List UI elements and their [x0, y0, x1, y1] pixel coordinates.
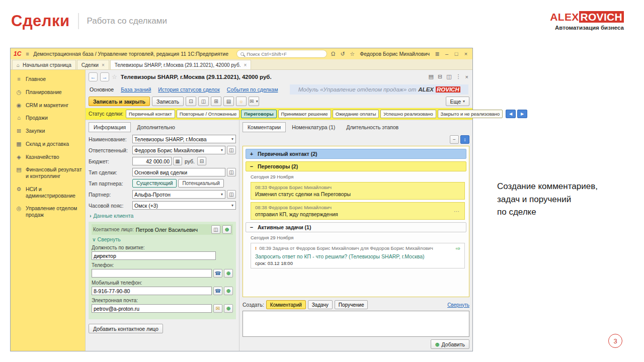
deal-name-input[interactable]: [133, 136, 229, 142]
group-negotiations[interactable]: − Переговоры (2): [246, 161, 466, 171]
add-mobile-icon[interactable]: ⊕: [224, 287, 233, 295]
add-email-icon[interactable]: ⊕: [224, 304, 233, 313]
nav-link-main[interactable]: Основное: [90, 86, 114, 93]
attach-icon[interactable]: ⊡: [186, 97, 196, 106]
status-prev-button[interactable]: ◀: [506, 110, 516, 118]
open-contact-icon[interactable]: ◫: [211, 225, 220, 234]
report-icon[interactable]: ▤: [429, 73, 434, 80]
dropdown-icon[interactable]: ▾: [229, 137, 235, 141]
sidebar-item-main[interactable]: ≡Главное: [11, 73, 85, 86]
task-item[interactable]: ! 08:39 Задача от Федоров Борис Михайлов…: [251, 243, 465, 268]
deal-type-input[interactable]: [133, 169, 225, 175]
idea-lamp-icon[interactable]: ☼: [236, 97, 247, 106]
comment-menu-icon[interactable]: ⋯: [454, 208, 460, 214]
save-close-button[interactable]: Записать и закрыть: [89, 97, 150, 106]
tab-additional[interactable]: Дополнительно: [132, 122, 180, 132]
tab-information[interactable]: Информация: [89, 122, 131, 132]
collapse-editor-link[interactable]: Свернуть: [447, 302, 469, 308]
sidebar-item-salesdept[interactable]: ◎Управление отделом продаж: [11, 202, 85, 221]
partner-input[interactable]: [133, 192, 219, 198]
status-awaiting-payment[interactable]: Ожидание оплаты: [333, 110, 379, 118]
minimize-icon[interactable]: –: [443, 51, 450, 57]
back-button[interactable]: ←: [89, 72, 98, 81]
new-comment-textarea[interactable]: [243, 311, 469, 337]
sidebar-item-finresult[interactable]: ▤Финансовый результат и контроллинг: [11, 163, 85, 183]
partner-type-existing[interactable]: Существующий: [132, 179, 177, 188]
search-input[interactable]: [247, 51, 323, 57]
group-first-contact[interactable]: + Первичный контакт (2): [246, 149, 466, 159]
add-contact-person-icon[interactable]: ⊕: [222, 225, 231, 234]
forward-button[interactable]: →: [100, 72, 109, 81]
email-input[interactable]: [92, 304, 212, 313]
create-task-button[interactable]: Задачу: [308, 300, 333, 309]
group-active-tasks[interactable]: − Активные задачи (1): [246, 222, 466, 232]
comment-item[interactable]: 08:33 Федоров Борис Михайлович Изменил с…: [251, 182, 465, 200]
more-dots-icon[interactable]: ⋮: [456, 73, 461, 80]
budget-input[interactable]: [132, 157, 172, 165]
favorites-icon[interactable]: ☆: [349, 51, 356, 57]
report-list-icon[interactable]: ▤: [223, 97, 234, 106]
tab-deals[interactable]: Сделки×: [77, 60, 109, 69]
sidebar-item-sales[interactable]: ⌂Продажи: [11, 112, 85, 125]
tab-comments[interactable]: Комментарии: [243, 122, 286, 132]
call-mobile-icon[interactable]: ☎: [213, 287, 222, 295]
copy-budget-icon[interactable]: ⊟: [197, 157, 206, 165]
tab-stage-duration[interactable]: Длительность этапов: [341, 122, 404, 132]
add-button[interactable]: ⊕Добавить: [431, 339, 469, 349]
link-icon[interactable]: ◫: [446, 73, 451, 80]
timezone-input[interactable]: [133, 203, 229, 209]
open-owner-icon[interactable]: ◫: [227, 146, 236, 154]
phone-input[interactable]: [92, 269, 212, 278]
forward-task-icon[interactable]: ⇨: [456, 245, 460, 252]
nav-link-deal-events[interactable]: События по сделкам: [227, 86, 278, 93]
sidebar-item-treasury[interactable]: ◈Казначейство: [11, 151, 85, 164]
create-comment-button[interactable]: Комментарий: [266, 300, 306, 309]
main-menu-icon[interactable]: ≡: [24, 51, 31, 57]
status-lost[interactable]: Закрыто и не реализовано: [438, 110, 503, 118]
expand-icon[interactable]: +: [249, 151, 254, 157]
status-next-button[interactable]: ▶: [517, 110, 527, 118]
nav-link-knowledge-base[interactable]: База знаний: [121, 86, 151, 93]
contact-name[interactable]: Петров Олег Васильевич: [136, 227, 209, 233]
tab-home[interactable]: ⌂Начальная страница: [12, 60, 76, 69]
close-form-icon[interactable]: ×: [465, 74, 468, 80]
status-deciding[interactable]: Принимают решение: [278, 110, 331, 118]
mobile-input[interactable]: [92, 287, 212, 295]
sidebar-item-administration[interactable]: ⚙НСИ и администрирование: [11, 183, 85, 202]
tab-close-icon[interactable]: ×: [244, 62, 247, 68]
dropdown-icon[interactable]: ▾: [229, 203, 235, 208]
task-link[interactable]: Запросить ответ по КП - что решили? (Тел…: [255, 253, 460, 259]
maximize-icon[interactable]: □: [453, 51, 460, 57]
calculator-icon[interactable]: ▦: [173, 157, 182, 165]
sidebar-item-planning[interactable]: ◷Планирование: [11, 86, 85, 99]
sidebar-item-purchases[interactable]: ⊞Закупки: [11, 125, 85, 138]
mail-icon[interactable]: ✉▾: [249, 97, 259, 106]
notifications-icon[interactable]: Ω: [330, 51, 337, 57]
sidebar-item-warehouse[interactable]: ▦Склад и доставка: [11, 138, 85, 151]
global-search[interactable]: [236, 50, 327, 58]
service-menu-icon[interactable]: ≣: [434, 51, 441, 57]
partner-type-potential[interactable]: Потенциальный: [178, 179, 223, 188]
send-email-icon[interactable]: ✉: [213, 304, 222, 313]
history-icon[interactable]: ↺: [339, 51, 346, 57]
add-contact-button[interactable]: Добавить контактное лицо: [89, 324, 163, 333]
contact-collapse-link[interactable]: ∨ Свернуть: [92, 236, 233, 242]
status-negotiations[interactable]: Переговоры: [241, 110, 276, 118]
position-input[interactable]: [92, 251, 216, 260]
comment-item[interactable]: 08:38 Федоров Борис Михайлович отправил …: [251, 202, 465, 220]
dropdown-icon[interactable]: ▾: [219, 192, 225, 197]
add-phone-icon[interactable]: ⊕: [224, 269, 233, 278]
sort-icon[interactable]: ↕: [460, 135, 469, 144]
print-icon[interactable]: ⊟: [438, 73, 442, 80]
open-partner-icon[interactable]: ◫: [227, 190, 236, 199]
tab-nomenclature[interactable]: Номенклатура (1): [287, 122, 340, 132]
status-repeated[interactable]: Повторные / Отложенные: [177, 110, 240, 118]
tab-close-icon[interactable]: ×: [102, 62, 105, 68]
save-button[interactable]: Записать: [152, 97, 184, 106]
status-won[interactable]: Успешно реализовано: [380, 110, 436, 118]
compare-icon[interactable]: ◫: [198, 97, 209, 106]
collapse-all-icon[interactable]: −: [450, 135, 459, 144]
nav-link-status-history[interactable]: История статусов сделок: [158, 86, 220, 93]
tab-deal-card[interactable]: Телевизоры SHARP, г.Москва (29.11.2021),…: [110, 60, 252, 69]
close-icon[interactable]: ×: [462, 51, 469, 57]
